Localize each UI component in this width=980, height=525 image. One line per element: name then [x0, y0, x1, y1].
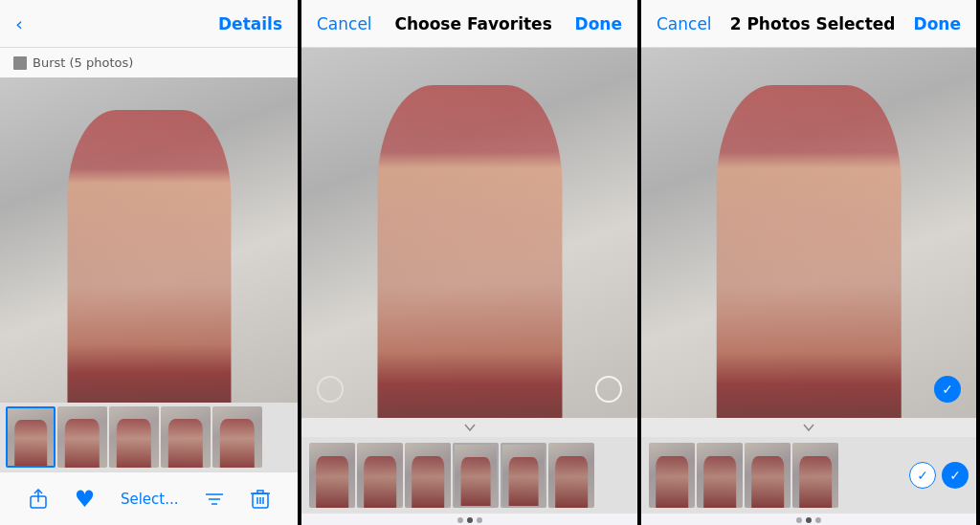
panel-choose-favorites: Cancel Choose Favorites Done: [301, 0, 641, 525]
double-check-button[interactable]: ✓: [942, 462, 969, 489]
single-check-button[interactable]: ✓: [909, 462, 936, 489]
choose-thumb-2[interactable]: [357, 443, 403, 508]
panel2-right-circle[interactable]: [595, 376, 622, 403]
panel2-figure: [377, 85, 562, 418]
thumb-4[interactable]: [161, 406, 211, 468]
panel2-thumb-strip[interactable]: [301, 437, 637, 514]
main-photo-container: [0, 77, 298, 403]
main-photo: [0, 77, 298, 403]
panel3-main-photo-container: ✓: [641, 48, 976, 418]
panel2-main-photo: [301, 48, 637, 418]
scroll-dot-2: [467, 517, 473, 523]
panel2-main-photo-container: [301, 48, 637, 418]
panel3-selection-checkmark[interactable]: ✓: [934, 376, 961, 403]
thumb-5[interactable]: [212, 406, 262, 468]
filter-button[interactable]: [204, 489, 225, 510]
burst-icon: [13, 56, 27, 70]
panel3-thumb-strip[interactable]: ✓ ✓: [641, 437, 976, 514]
panel3-figure: [717, 85, 902, 418]
p3-thumb-1[interactable]: [649, 443, 695, 508]
trash-button[interactable]: [251, 489, 270, 510]
thumb-2[interactable]: [57, 406, 107, 468]
choose-thumb-5[interactable]: [501, 443, 546, 508]
heart-button[interactable]: ♥: [75, 486, 96, 513]
p3-scroll-dot-2: [806, 517, 812, 523]
panel1-header: ‹ Details: [0, 0, 298, 48]
choose-thumb-4[interactable]: [453, 443, 499, 508]
thumbnail-strip[interactable]: [0, 403, 298, 471]
choose-thumb-3[interactable]: [405, 443, 451, 508]
bottom-toolbar: ♥ Select...: [0, 471, 298, 525]
burst-label: Burst (5 photos): [33, 55, 133, 70]
panel3-title: 2 Photos Selected: [730, 14, 896, 33]
scroll-dot-3: [477, 517, 482, 523]
panel2-cancel-button[interactable]: Cancel: [317, 14, 372, 33]
scroll-dot-1: [457, 517, 463, 523]
panel3-scroll-indicator: [641, 514, 976, 525]
panel2-header: Cancel Choose Favorites Done: [301, 0, 637, 48]
panel-burst-view: ‹ Details Burst (5 photos) ♥ Select...: [0, 0, 301, 525]
figure-overlay: [67, 110, 231, 403]
thumb-3[interactable]: [109, 406, 159, 468]
select-button[interactable]: Select...: [121, 491, 179, 508]
details-button[interactable]: Details: [218, 14, 282, 33]
panel3-cancel-button[interactable]: Cancel: [657, 14, 712, 33]
panel3-done-button[interactable]: Done: [914, 14, 961, 33]
panel2-done-button[interactable]: Done: [575, 14, 622, 33]
panel3-header: Cancel 2 Photos Selected Done: [641, 0, 976, 48]
p3-thumb-3[interactable]: [745, 443, 791, 508]
burst-subtitle: Burst (5 photos): [0, 48, 298, 77]
down-arrow-panel2: [301, 418, 637, 437]
p3-scroll-dot-1: [796, 517, 802, 523]
panel-photos-selected: Cancel 2 Photos Selected Done ✓ ✓ ✓: [641, 0, 976, 525]
panel3-main-photo: [641, 48, 976, 418]
panel2-left-circle[interactable]: [317, 376, 344, 403]
back-button[interactable]: ‹: [15, 12, 23, 35]
thumb-1[interactable]: [6, 406, 56, 468]
share-button[interactable]: [28, 489, 49, 510]
check-buttons-group: ✓ ✓: [909, 462, 969, 489]
panel2-scroll-indicator: [301, 514, 637, 525]
down-arrow-panel3: [641, 418, 976, 437]
p3-thumb-4[interactable]: [792, 443, 838, 508]
p3-thumb-2[interactable]: [697, 443, 743, 508]
choose-thumb-6[interactable]: [548, 443, 594, 508]
panel2-title: Choose Favorites: [394, 14, 551, 33]
choose-thumb-1[interactable]: [309, 443, 355, 508]
p3-scroll-dot-3: [815, 517, 821, 523]
